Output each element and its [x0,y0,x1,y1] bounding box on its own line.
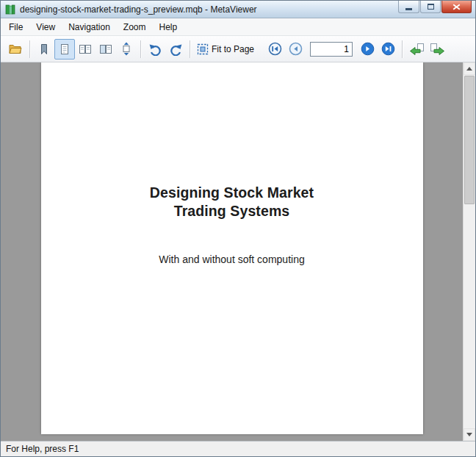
document-title-line1: Designing Stock Market [41,184,423,202]
menu-navigation[interactable]: Navigation [62,20,117,35]
menu-help[interactable]: Help [153,20,184,35]
forward-arrow-icon [430,43,445,55]
document-viewport[interactable]: Designing Stock Market Trading Systems W… [1,62,463,441]
next-page-button[interactable] [357,39,378,60]
scroll-up-icon [466,67,472,71]
document-subtitle: With and without soft computing [41,253,423,265]
minimize-icon [405,8,412,10]
rotate-left-button[interactable] [145,39,165,60]
close-button[interactable] [441,1,472,13]
rotate-left-icon [148,43,162,56]
metaviewer-window: designing-stock-market-trading-s_preview… [0,0,476,457]
minimize-button[interactable] [398,1,419,13]
next-page-icon [361,42,375,56]
toolbar-separator [190,40,190,58]
menu-zoom[interactable]: Zoom [117,20,153,35]
toolbar-separator [402,40,403,58]
last-page-button[interactable] [378,39,398,60]
document-title-line2: Trading Systems [41,202,423,220]
open-folder-icon [9,43,22,55]
menubar: File View Navigation Zoom Help [1,18,475,36]
facing-pages-icon [79,43,92,55]
status-text: For Help, press F1 [6,444,79,454]
fit-to-page-icon [197,43,209,55]
go-forward-button[interactable] [427,39,447,60]
metaviewer-app-icon [4,4,16,15]
scrollbar-thumb[interactable] [464,76,475,204]
scroll-down-button[interactable] [464,428,475,441]
toolbar: Fit to Page [1,36,475,62]
scroll-up-button[interactable] [464,62,475,75]
fit-to-page-label: Fit to Page [212,44,254,54]
previous-page-button[interactable] [285,39,306,60]
single-page-icon [59,43,71,55]
last-page-icon [381,42,395,56]
document-page: Designing Stock Market Trading Systems W… [41,62,423,434]
window-controls [397,1,472,13]
vertical-scrollbar[interactable] [463,62,475,441]
page-number-input[interactable] [310,42,353,57]
scroll-down-icon [466,433,472,436]
maximize-icon [428,4,434,10]
document-area: Designing Stock Market Trading Systems W… [1,62,475,441]
window-title: designing-stock-market-trading-s_preview… [20,4,257,15]
continuous-scroll-view-button[interactable] [116,39,137,60]
statusbar: For Help, press F1 [1,441,475,456]
toolbar-separator [29,40,30,58]
close-icon [452,4,461,10]
continuous-scroll-icon [120,42,132,56]
single-page-view-button[interactable] [54,39,75,60]
back-arrow-icon [409,43,425,55]
rotate-right-button[interactable] [165,39,186,60]
fit-to-page-button[interactable]: Fit to Page [197,43,254,55]
menu-file[interactable]: File [2,20,29,35]
document-title: Designing Stock Market Trading Systems [41,62,423,221]
toolbar-separator [140,40,141,58]
facing-pages-cover-view-button[interactable] [95,39,116,60]
titlebar[interactable]: designing-stock-market-trading-s_preview… [1,1,475,18]
first-page-button[interactable] [264,39,285,60]
first-page-icon [268,42,282,56]
facing-pages-view-button[interactable] [75,39,95,60]
previous-page-icon [289,42,303,56]
facing-pages-cover-icon [99,43,112,55]
bookmarks-button[interactable] [34,39,54,60]
rotate-right-icon [169,43,183,56]
maximize-button[interactable] [420,1,441,13]
menu-view[interactable]: View [29,20,62,35]
open-file-button[interactable] [5,39,26,60]
bookmark-icon [40,43,48,55]
scrollbar-track[interactable] [464,75,475,428]
go-back-button[interactable] [406,39,427,60]
